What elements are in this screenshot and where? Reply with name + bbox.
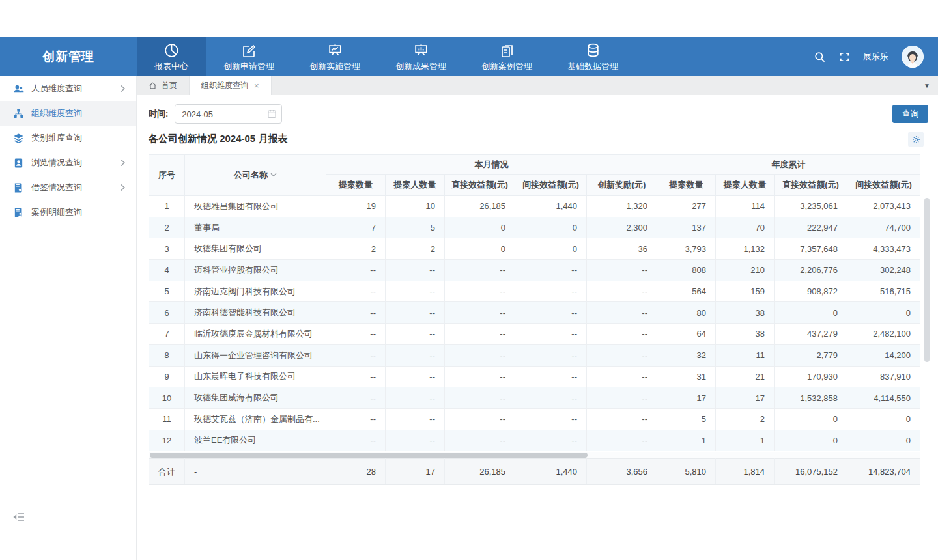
table-row[interactable]: 12 波兰EE有限公司 -- -- -- -- -- 1 1 0 0: [149, 430, 920, 451]
cell-year-proposer-count: 11: [716, 344, 775, 366]
table-row[interactable]: 6 济南科德智能科技有限公司 -- -- -- -- -- 80 38 0 0: [149, 302, 920, 324]
sidebar-item-person-dimension[interactable]: 人员维度查询: [0, 76, 136, 101]
sidebar-item-reference-status[interactable]: 借鉴情况查询: [0, 175, 136, 200]
cell-year-proposal-count: 31: [657, 366, 716, 387]
cell-month-direct-benefit: 26,185: [445, 196, 515, 217]
username[interactable]: 展乐乐: [863, 51, 888, 63]
table-row[interactable]: 3 玫德集团有限公司 2 2 0 0 36 3,793 1,132 7,357,…: [149, 238, 920, 260]
cell-year-indirect-benefit: 2,482,100: [847, 324, 920, 345]
total-company: -: [185, 459, 326, 485]
cell-index: 9: [149, 366, 185, 387]
cell-month-indirect-benefit: --: [515, 324, 587, 345]
cell-year-direct-benefit: 7,357,648: [775, 238, 847, 260]
cell-month-proposer-count: --: [386, 408, 445, 430]
sidebar-item-category-dimension[interactable]: 类别维度查询: [0, 126, 136, 150]
cell-year-direct-benefit: 3,235,061: [775, 196, 847, 217]
nav-item-implement-mgmt[interactable]: 创新实施管理: [292, 37, 378, 76]
total-month-innovation-reward: 3,656: [587, 459, 657, 485]
cell-year-indirect-benefit: 516,715: [847, 281, 920, 302]
cell-month-proposal-count: --: [326, 260, 386, 281]
cell-month-innovation-reward: --: [587, 260, 657, 281]
time-input[interactable]: [175, 104, 282, 124]
cell-month-proposal-count: --: [326, 408, 386, 430]
nav-item-apply-mgmt[interactable]: 创新申请管理: [206, 37, 292, 76]
cell-index: 8: [149, 344, 185, 366]
vertical-scrollbar-thumb[interactable]: [924, 198, 930, 362]
total-year-proposer-count: 1,814: [716, 459, 775, 485]
cell-year-proposal-count: 808: [657, 260, 716, 281]
cell-company-name: 玫德雅昌集团有限公司: [185, 196, 326, 217]
tab-dropdown-icon[interactable]: ▼: [916, 76, 938, 95]
horizontal-scrollbar-thumb[interactable]: [150, 453, 588, 458]
sidebar-item-label: 浏览情况查询: [31, 157, 82, 169]
nav-label: 基础数据管理: [567, 61, 618, 72]
table-row[interactable]: 10 玫德集团威海有限公司 -- -- -- -- -- 17 17 1,532…: [149, 387, 920, 409]
cell-month-proposal-count: 7: [326, 217, 386, 238]
cell-year-proposer-count: 21: [716, 366, 775, 387]
tab-home[interactable]: 首页: [137, 76, 190, 95]
total-row-table: 合计 - 28 17 26,185 1,440 3,656 5,810 1,81…: [149, 458, 920, 485]
table-body: 1 玫德雅昌集团有限公司 19 10 26,185 1,440 1,320 27…: [149, 196, 920, 451]
cell-year-proposer-count: 159: [716, 281, 775, 302]
table-row[interactable]: 9 山东晨晖电子科技有限公司 -- -- -- -- -- 31 21 170,…: [149, 366, 920, 387]
sidebar-item-browse-status[interactable]: 浏览情况查询: [0, 150, 136, 175]
close-icon[interactable]: ×: [254, 81, 259, 91]
table-row[interactable]: 2 董事局 7 5 0 0 2,300 137 70 222,947 74,70…: [149, 217, 920, 238]
cell-month-proposer-count: --: [386, 366, 445, 387]
table-row[interactable]: 7 临沂玫德庚辰金属材料有限公司 -- -- -- -- -- 64 38 43…: [149, 324, 920, 345]
cell-year-proposer-count: 70: [716, 217, 775, 238]
cell-month-proposer-count: --: [386, 260, 445, 281]
cell-index: 12: [149, 430, 185, 451]
cell-year-direct-benefit: 0: [775, 408, 847, 430]
query-button[interactable]: 查询: [892, 105, 928, 123]
fullscreen-icon[interactable]: [839, 51, 850, 63]
cell-year-direct-benefit: 0: [775, 302, 847, 324]
cell-company-name: 济南迈克阀门科技有限公司: [185, 281, 326, 302]
sidebar-item-org-dimension[interactable]: 组织维度查询: [0, 101, 136, 126]
sidebar-item-label: 人员维度查询: [31, 83, 82, 94]
cell-month-direct-benefit: --: [445, 344, 515, 366]
table-row[interactable]: 11 玫德艾瓦兹（济南）金属制品有... -- -- -- -- -- 5 2 …: [149, 408, 920, 430]
cell-month-indirect-benefit: --: [515, 387, 587, 409]
nav-item-achievement-mgmt[interactable]: 创新成果管理: [378, 37, 464, 76]
cell-month-proposal-count: 19: [326, 196, 386, 217]
chevron-right-icon: [120, 159, 126, 167]
sidebar: 人员维度查询 组织维度查询 类别维度查询 浏览情况查询 借鉴情况查询: [0, 76, 137, 560]
collapse-sidebar-icon[interactable]: [13, 512, 25, 522]
time-filter-label: 时间:: [149, 108, 168, 120]
cell-index: 10: [149, 387, 185, 409]
settings-gear-icon[interactable]: [908, 132, 924, 147]
col-header: 提案数量: [657, 175, 716, 196]
nav-item-base-data-mgmt[interactable]: 基础数据管理: [550, 37, 636, 76]
cell-year-direct-benefit: 170,930: [775, 366, 847, 387]
total-year-proposal-count: 5,810: [657, 459, 716, 485]
cell-year-proposer-count: 2: [716, 408, 775, 430]
cell-month-direct-benefit: --: [445, 408, 515, 430]
nav-item-case-mgmt[interactable]: 创新案例管理: [464, 37, 550, 76]
cell-month-direct-benefit: --: [445, 324, 515, 345]
table-row[interactable]: 5 济南迈克阀门科技有限公司 -- -- -- -- -- 564 159 90…: [149, 281, 920, 302]
cell-month-indirect-benefit: --: [515, 281, 587, 302]
avatar[interactable]: [902, 46, 924, 68]
nav-item-report-center[interactable]: 报表中心: [137, 37, 206, 76]
tab-org-dimension[interactable]: 组织维度查询 ×: [190, 76, 272, 95]
presentation-bar-chart-icon: [413, 42, 429, 59]
sidebar-item-case-detail[interactable]: 案例明细查询: [0, 200, 136, 225]
table-row[interactable]: 8 山东得一企业管理咨询有限公司 -- -- -- -- -- 32 11 2,…: [149, 344, 920, 366]
col-header-company[interactable]: 公司名称: [185, 155, 326, 196]
database-icon: [585, 42, 601, 59]
search-icon[interactable]: [814, 51, 826, 63]
report-title: 各公司创新情况 2024-05 月报表: [149, 133, 287, 145]
cell-company-name: 玫德集团威海有限公司: [185, 387, 326, 409]
edit-icon: [241, 42, 257, 59]
tab-label: 首页: [162, 80, 177, 91]
cell-month-direct-benefit: --: [445, 387, 515, 409]
cell-month-proposer-count: --: [386, 324, 445, 345]
table-row[interactable]: 1 玫德雅昌集团有限公司 19 10 26,185 1,440 1,320 27…: [149, 196, 920, 217]
cell-year-proposal-count: 1: [657, 430, 716, 451]
report-table: 序号 公司名称 本月情况 年度累计 提案数量 提案人数量 直接效益额(元) 间接…: [149, 154, 920, 485]
cell-month-proposal-count: --: [326, 281, 386, 302]
cell-year-proposal-count: 80: [657, 302, 716, 324]
cell-year-indirect-benefit: 14,200: [847, 344, 920, 366]
table-row[interactable]: 4 迈科管业控股有限公司 -- -- -- -- -- 808 210 2,20…: [149, 260, 920, 281]
